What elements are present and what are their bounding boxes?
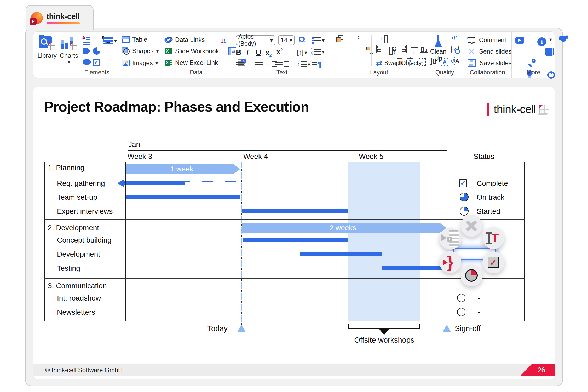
month-label[interactable]: Jan	[128, 140, 140, 149]
more-chevron-icon[interactable]: ▾	[549, 37, 552, 42]
send-backward-icon[interactable]	[336, 35, 345, 44]
charts-button[interactable]: Charts ▾	[59, 35, 79, 65]
app-tab[interactable]: P think-cell	[26, 5, 94, 30]
bullet-list-button[interactable]: ▾	[312, 37, 325, 44]
task-label[interactable]: Concept building	[57, 236, 112, 244]
subscript-button[interactable]: x2	[266, 49, 272, 58]
section-label[interactable]: 3. Communication	[48, 282, 107, 290]
save-slides-button[interactable]: Save slides	[468, 59, 512, 67]
italic-button[interactable]: I	[246, 48, 249, 57]
offsite-highlight-band[interactable]	[348, 162, 420, 321]
status-pie-ontrack[interactable]	[460, 193, 469, 201]
phase-bar-planning[interactable]: 1 week	[126, 164, 240, 174]
paragraph-mark-button[interactable]: ¶	[312, 60, 322, 69]
section-label[interactable]: 1. Planning	[48, 164, 84, 172]
align-right-edges-icon[interactable]	[398, 45, 407, 53]
checkbox-element-icon[interactable]: ✓	[93, 59, 100, 66]
task-bar-concept-building[interactable]	[243, 238, 348, 242]
library-button[interactable]: Library	[37, 35, 57, 59]
task-label[interactable]: Team set-up	[57, 193, 97, 201]
week-label-5[interactable]: Week 5	[359, 152, 383, 161]
phase-bar-development[interactable]: 2 weeks	[242, 223, 446, 233]
new-excel-link-button[interactable]: X New Excel Link	[165, 59, 218, 67]
text-box-icon[interactable]: A	[83, 37, 90, 45]
section-label[interactable]: 2. Development	[48, 224, 99, 232]
context-harvey-ball-button[interactable]	[460, 264, 482, 286]
align-center-icon[interactable]	[255, 62, 263, 68]
spellcheck-globe-icon[interactable]: ✓	[451, 46, 459, 53]
task-bar-testing[interactable]	[382, 266, 446, 270]
training-cap-icon[interactable]	[559, 35, 568, 44]
stretch-width-icon[interactable]: ↔	[358, 35, 367, 44]
status-checkbox-complete[interactable]: ✓	[459, 179, 467, 187]
task-label[interactable]: Development	[57, 250, 100, 258]
task-bar-req-gathering[interactable]	[117, 179, 185, 187]
numbered-list-button[interactable]: ▾	[312, 48, 325, 55]
slide-workbook-button[interactable]: X Slide Workbook	[165, 47, 219, 55]
comment-button[interactable]: + Comment	[468, 36, 506, 44]
week-label-3[interactable]: Week 3	[128, 152, 152, 161]
tableau-icon[interactable]: ++ ++	[220, 39, 227, 47]
agenda-button[interactable]: ▾	[103, 37, 117, 44]
slide-canvas[interactable]: Project Roadmap: Phases and Execution th…	[33, 87, 555, 379]
context-checkbox-button[interactable]: ✓	[482, 251, 504, 273]
context-text-label-button[interactable]: T	[482, 227, 504, 249]
offsite-label: Offsite workshops	[348, 336, 420, 344]
status-column-header[interactable]: Status	[466, 152, 502, 161]
excel-x: X	[165, 60, 170, 66]
stretch-vertical-icon[interactable]: ↕	[388, 46, 397, 55]
task-label[interactable]: Expert interviews	[57, 207, 113, 216]
task-bar-team-setup[interactable]	[126, 195, 240, 199]
stretch-height-icon[interactable]: ↕	[380, 35, 389, 44]
data-links-button[interactable]: Data Links	[165, 36, 205, 44]
swap-objects-button[interactable]: ⇄ Swap Objects	[376, 59, 421, 67]
smart-quotes-icon[interactable]: •/’	[451, 34, 457, 42]
clean-up-button[interactable]: Clean Up	[427, 35, 449, 62]
video-tutorials-icon[interactable]	[515, 37, 524, 44]
pie-chart-icon[interactable]	[93, 47, 100, 55]
special-character-icon[interactable]: Ω	[298, 35, 305, 44]
align-left-icon[interactable]	[236, 62, 244, 68]
textbox-spacing-button[interactable]: [↕] ▾	[297, 48, 307, 56]
task-bar-development[interactable]	[300, 252, 382, 256]
images-button[interactable]: Images ▾	[122, 59, 158, 67]
bring-forward-icon[interactable]	[366, 46, 375, 55]
indent-lines-icon	[272, 61, 277, 67]
context-insert-column-button[interactable]: +	[439, 228, 461, 250]
signoff-marker-triangle[interactable]	[443, 325, 451, 332]
font-size-select[interactable]: 14 ▾	[278, 35, 295, 45]
info-icon[interactable]: i	[537, 37, 546, 46]
same-width-icon[interactable]: ←→	[410, 46, 419, 55]
underline-button[interactable]: U	[256, 48, 261, 57]
context-delete-button[interactable]	[460, 215, 482, 237]
table-button[interactable]: Table	[122, 36, 147, 43]
status-circle-empty[interactable]	[457, 308, 465, 316]
send-slides-button[interactable]: Send slides	[468, 48, 511, 55]
status-pie-started[interactable]	[460, 207, 469, 216]
pentagon-tag-icon[interactable]	[83, 48, 90, 54]
font-name-select[interactable]: Aptos (Body) ▾	[236, 35, 275, 45]
shapes-button[interactable]: Shapes ▾	[122, 47, 159, 55]
task-label[interactable]: Req. gathering	[57, 179, 105, 188]
increase-indent-button[interactable]: →	[279, 61, 289, 67]
manual-book-icon[interactable]	[545, 48, 554, 56]
align-left-edges-icon[interactable]	[376, 45, 385, 53]
status-circle-empty[interactable]	[457, 294, 465, 302]
rounded-rectangle-icon[interactable]	[83, 59, 91, 65]
line-spacing-button[interactable]: ↕ ▾	[297, 61, 310, 68]
task-label[interactable]: Newsletters	[57, 308, 95, 316]
offsite-marker-triangle[interactable]	[379, 329, 389, 335]
context-bracket-button[interactable]: }	[439, 251, 461, 273]
superscript-button[interactable]: x2	[276, 48, 283, 56]
change-case-icon[interactable]: ↺A	[450, 58, 459, 65]
decrease-indent-button[interactable]: ←	[267, 61, 277, 67]
bold-button[interactable]: B	[236, 48, 241, 57]
task-bar-req-gathering-remaining[interactable]	[185, 181, 240, 185]
license-key-icon[interactable]	[527, 58, 536, 67]
task-bar-expert-interviews[interactable]	[242, 209, 348, 213]
week-label-4[interactable]: Week 4	[243, 152, 268, 161]
today-line[interactable]	[241, 162, 242, 332]
today-marker-triangle[interactable]	[237, 325, 246, 332]
task-label[interactable]: Testing	[57, 264, 80, 273]
task-label[interactable]: Int. roadshow	[57, 294, 101, 302]
